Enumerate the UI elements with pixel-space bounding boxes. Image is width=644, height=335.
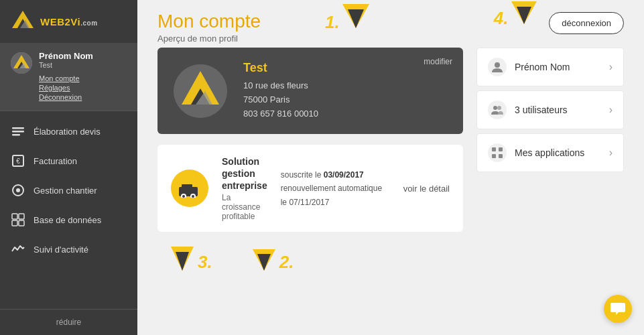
svg-rect-14 bbox=[12, 214, 17, 219]
main-content: Mon compte Aperçu de mon profil 1. 4. dé… bbox=[137, 0, 644, 335]
page-title-area: Mon compte Aperçu de mon profil bbox=[157, 11, 261, 44]
devis-icon bbox=[11, 124, 25, 139]
disconnect-button[interactable]: déconnexion bbox=[549, 12, 624, 34]
svg-rect-8 bbox=[12, 131, 24, 133]
svg-text:€: € bbox=[16, 157, 20, 165]
step-annotations: 3. 2. bbox=[157, 247, 463, 271]
svg-point-38 bbox=[497, 106, 501, 110]
svg-rect-40 bbox=[499, 147, 503, 151]
svg-rect-27 bbox=[182, 184, 192, 190]
renouvellement-label: renouvellement automatique le 07/11/2017 bbox=[281, 184, 382, 206]
solution-card: Solution gestion entreprise La croissanc… bbox=[157, 145, 463, 232]
sidebar-item-activite[interactable]: Suivi d'activité bbox=[0, 234, 137, 264]
svg-rect-7 bbox=[12, 127, 24, 129]
right-panel-nom[interactable]: Prénom Nom › bbox=[476, 48, 624, 86]
right-users-label: 3 utilisateurs bbox=[515, 105, 601, 115]
logo-icon bbox=[11, 9, 35, 34]
right-panel: Prénom Nom › 3 utilisateurs › Mes applic… bbox=[476, 48, 624, 322]
profile-links: Mon compte Réglages Déconnexion bbox=[39, 74, 127, 101]
step4-annotation: 4. bbox=[494, 1, 537, 27]
svg-rect-42 bbox=[499, 154, 503, 158]
svg-marker-19 bbox=[348, 9, 364, 28]
right-nom-arrow: › bbox=[609, 61, 613, 73]
page-title: Mon compte bbox=[157, 11, 261, 32]
step2-annotation: 2. bbox=[253, 247, 294, 271]
step4-arrow bbox=[511, 1, 537, 24]
sidebar-nav: Élaboration devis € Facturation Gestion … bbox=[0, 111, 137, 309]
svg-rect-17 bbox=[19, 220, 24, 226]
svg-rect-39 bbox=[492, 147, 496, 151]
sidebar-profile-section: Prénom Nom Test Mon compte Réglages Déco… bbox=[0, 43, 137, 111]
avatar bbox=[11, 52, 32, 74]
solution-dates: souscrite le 03/09/2017 renouvellement a… bbox=[281, 168, 390, 209]
address-line1: 10 rue des fleurs bbox=[243, 80, 308, 90]
reglages-link[interactable]: Réglages bbox=[39, 84, 127, 92]
main-header: Mon compte Aperçu de mon profil 1. 4. dé… bbox=[137, 0, 644, 48]
profile-card: modifier Test 10 rue des fleurs 75000 Pa… bbox=[157, 48, 463, 134]
deconnexion-link[interactable]: Déconnexion bbox=[39, 93, 127, 101]
main-body: modifier Test 10 rue des fleurs 75000 Pa… bbox=[137, 48, 644, 335]
sidebar-item-chantier[interactable]: Gestion chantier bbox=[0, 176, 137, 205]
svg-marker-35 bbox=[257, 254, 271, 271]
step1-annotation: 1. bbox=[325, 4, 369, 31]
solution-info: Solution gestion entreprise La croissanc… bbox=[222, 155, 267, 221]
right-nom-label: Prénom Nom bbox=[515, 62, 601, 72]
svg-rect-15 bbox=[19, 214, 24, 219]
sidebar-item-label: Facturation bbox=[34, 156, 77, 166]
chat-button[interactable] bbox=[604, 295, 632, 323]
voir-detail-link[interactable]: voir le détail bbox=[403, 184, 450, 194]
sidebar-item-devis[interactable]: Élaboration devis bbox=[0, 117, 137, 146]
svg-point-36 bbox=[495, 62, 500, 68]
souscrite-date: 03/09/2017 bbox=[324, 170, 364, 180]
users-icon bbox=[488, 100, 507, 119]
sidebar-item-label: Gestion chantier bbox=[34, 186, 97, 196]
phone: 803 657 816 00010 bbox=[243, 109, 318, 119]
activite-icon bbox=[11, 242, 25, 257]
svg-rect-41 bbox=[492, 154, 496, 158]
solution-subtitle: La croissance profitable bbox=[222, 193, 267, 221]
sidebar-item-facturation[interactable]: € Facturation bbox=[0, 146, 137, 176]
page-subtitle: Aperçu de mon profil bbox=[157, 34, 261, 44]
sidebar-item-label: Suivi d'activité bbox=[34, 245, 88, 255]
right-panel-apps[interactable]: Mes applications › bbox=[476, 133, 624, 172]
sidebar-item-label: Élaboration devis bbox=[34, 127, 101, 137]
right-apps-label: Mes applications bbox=[515, 147, 601, 158]
facturation-icon: € bbox=[11, 153, 25, 168]
step3-arrow bbox=[171, 247, 194, 271]
donnees-icon bbox=[11, 212, 25, 227]
svg-point-13 bbox=[16, 188, 20, 192]
svg-point-31 bbox=[192, 195, 194, 198]
sidebar-item-label: Base de données bbox=[34, 215, 101, 225]
solution-title: Solution gestion entreprise bbox=[222, 156, 267, 191]
svg-point-37 bbox=[493, 106, 497, 110]
sidebar-reduce-button[interactable]: réduire bbox=[0, 309, 137, 335]
step3-annotation: 3. bbox=[171, 247, 212, 271]
logo-brand: WEB2Vi.com bbox=[40, 16, 98, 27]
right-users-arrow: › bbox=[609, 104, 613, 116]
svg-marker-33 bbox=[176, 252, 189, 271]
right-panel-users[interactable]: 3 utilisateurs › bbox=[476, 90, 624, 129]
address-line2: 75000 Paris bbox=[243, 94, 289, 105]
profile-name: Prénom Nom bbox=[39, 51, 127, 61]
svg-rect-16 bbox=[12, 220, 17, 226]
main-left: modifier Test 10 rue des fleurs 75000 Pa… bbox=[157, 48, 463, 322]
apps-icon bbox=[488, 143, 507, 162]
svg-point-30 bbox=[182, 195, 185, 198]
solution-icon bbox=[171, 170, 208, 207]
profile-card-info: Test 10 rue des fleurs 75000 Paris 803 6… bbox=[243, 61, 318, 121]
step2-arrow bbox=[253, 249, 275, 271]
nom-icon bbox=[488, 58, 507, 76]
step1-arrow bbox=[342, 4, 369, 28]
modify-link[interactable]: modifier bbox=[424, 57, 452, 66]
mon-compte-link[interactable]: Mon compte bbox=[39, 74, 127, 82]
svg-rect-9 bbox=[12, 134, 20, 136]
sidebar: WEB2Vi.com Prénom Nom Test Mon compte Ré… bbox=[0, 0, 137, 335]
sidebar-item-donnees[interactable]: Base de données bbox=[0, 205, 137, 234]
sidebar-logo: WEB2Vi.com bbox=[0, 0, 137, 43]
svg-marker-21 bbox=[517, 7, 531, 24]
right-apps-arrow: › bbox=[609, 147, 613, 159]
company-name: Test bbox=[243, 61, 318, 75]
profile-role: Test bbox=[39, 61, 127, 69]
company-avatar bbox=[174, 64, 227, 118]
chantier-icon bbox=[11, 183, 25, 198]
